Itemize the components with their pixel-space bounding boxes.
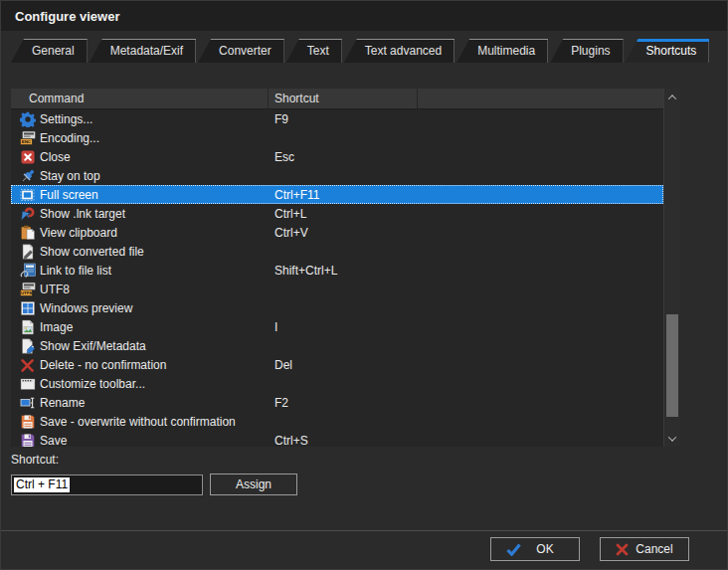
command-label: Delete - no confirmation [40,358,166,372]
ok-button[interactable]: OK [490,537,580,561]
command-label: Stay on top [40,169,100,183]
column-header-shortcut[interactable]: Shortcut [274,89,319,109]
tab-general[interactable]: General [11,39,88,63]
command-label: Settings... [40,112,92,126]
utf8-icon: UTF8 [20,282,36,297]
scroll-down-icon[interactable] [664,430,680,447]
tab-multimedia[interactable]: Multimedia [456,39,548,63]
command-label: Show converted file [40,245,144,259]
list-row[interactable]: CloseEsc [11,147,663,166]
list-row[interactable]: Show converted file [11,242,663,261]
clipboard-icon [20,225,36,241]
rename-icon [20,395,36,411]
list-row[interactable]: Stay on top [11,166,663,185]
cancel-x-icon [616,543,631,556]
image-icon [20,319,36,335]
list-row[interactable]: Customize toolbar... [11,374,663,393]
list-row[interactable]: UTF8UTF8 [11,280,663,298]
title-bar: Configure viewer [1,1,727,31]
shortcut-value: Shift+Ctrl+L [274,264,337,278]
command-label: Show .lnk target [40,207,125,221]
command-list: Command Shortcut Settings...F9ENCEncodin… [11,89,680,447]
exif-metadata-icon [20,338,36,354]
tab-plugins[interactable]: Plugins [550,39,623,63]
list-row[interactable]: Show .lnk targetCtrl+L [11,204,663,223]
command-label: Full screen [40,188,98,202]
column-divider[interactable] [268,89,269,108]
converted-file-icon [20,244,36,260]
save-overwrite-icon [20,414,36,430]
list-row[interactable]: Delete - no confirmationDel [11,355,663,374]
command-label: Save [40,434,67,448]
windows-preview-icon [20,300,36,316]
list-row[interactable]: Link to file listShift+Ctrl+L [11,261,663,280]
pin-icon [20,168,36,184]
shortcut-value: Ctrl+F11 [274,188,319,202]
shortcut-value: Esc [274,150,294,164]
customize-toolbar-icon [20,376,36,392]
assign-button[interactable]: Assign [210,474,297,495]
shortcut-value: I [274,320,277,334]
scrollbar-thumb[interactable] [666,314,678,417]
footer-divider [1,530,727,531]
tab-bar: General Metadata/Exif Converter Text Tex… [11,39,711,63]
shortcut-value: Ctrl+L [274,207,306,221]
shortcut-input[interactable]: Ctrl + F11 [11,475,203,495]
svg-text:UTF8: UTF8 [21,290,33,295]
list-row[interactable]: Show Exif/Metadata [11,336,663,355]
command-label: Link to file list [40,264,111,278]
command-label: Encoding... [40,131,99,145]
vertical-scrollbar[interactable] [663,89,680,447]
list-row[interactable]: Save - overwrite without confirmation [11,412,663,431]
column-header-command[interactable]: Command [29,89,84,109]
tab-text-advanced[interactable]: Text advanced [344,39,455,63]
command-label: View clipboard [40,226,117,240]
close-icon [20,149,36,165]
command-list-rows: Settings...F9ENCEncoding...CloseEscStay … [11,109,663,447]
column-divider[interactable] [417,89,418,108]
list-row[interactable]: ENCEncoding... [11,128,663,147]
shortcut-input-value: Ctrl + F11 [14,477,70,492]
command-label: Show Exif/Metadata [40,339,146,353]
command-label: Windows preview [40,301,132,315]
ok-check-icon [506,543,521,556]
shortcut-value: F2 [274,396,288,410]
shortcut-field-label: Shortcut: [11,453,59,467]
tab-text[interactable]: Text [286,39,342,63]
list-row[interactable]: SaveCtrl+S [11,431,663,447]
list-row[interactable]: RenameF2 [11,393,663,412]
tab-converter[interactable]: Converter [198,39,284,63]
svg-text:ENC: ENC [22,139,32,144]
command-label: UTF8 [40,283,70,296]
save-icon [20,433,36,448]
encoding-icon: ENC [20,130,36,146]
tab-metadata-exif[interactable]: Metadata/Exif [90,39,196,63]
configure-viewer-dialog: Configure viewer General Metadata/Exif C… [0,0,728,570]
scroll-up-icon[interactable] [664,89,680,105]
shortcut-value: F9 [274,112,288,126]
list-row[interactable]: Settings...F9 [11,109,663,128]
fullscreen-icon [20,187,36,203]
list-row[interactable]: View clipboardCtrl+V [11,223,663,242]
command-label: Rename [40,396,85,410]
list-row[interactable]: Full screenCtrl+F11 [11,185,663,204]
lnk-target-icon [20,206,36,222]
shortcut-value: Ctrl+S [274,434,308,448]
list-row[interactable]: Windows preview [11,298,663,317]
tab-shortcuts[interactable]: Shortcuts [626,39,710,63]
shortcut-value: Del [274,358,292,372]
settings-gear-icon [20,111,36,127]
link-file-list-icon [20,263,36,279]
shortcut-value: Ctrl+V [274,226,308,240]
command-label: Customize toolbar... [40,377,145,391]
delete-x-icon [20,357,36,373]
list-header: Command Shortcut [11,89,663,109]
list-row[interactable]: ImageI [11,317,663,336]
command-label: Close [40,150,71,164]
cancel-button[interactable]: Cancel [600,537,689,561]
command-label: Image [40,320,73,334]
command-label: Save - overwrite without confirmation [40,415,236,429]
window-title: Configure viewer [15,9,119,24]
